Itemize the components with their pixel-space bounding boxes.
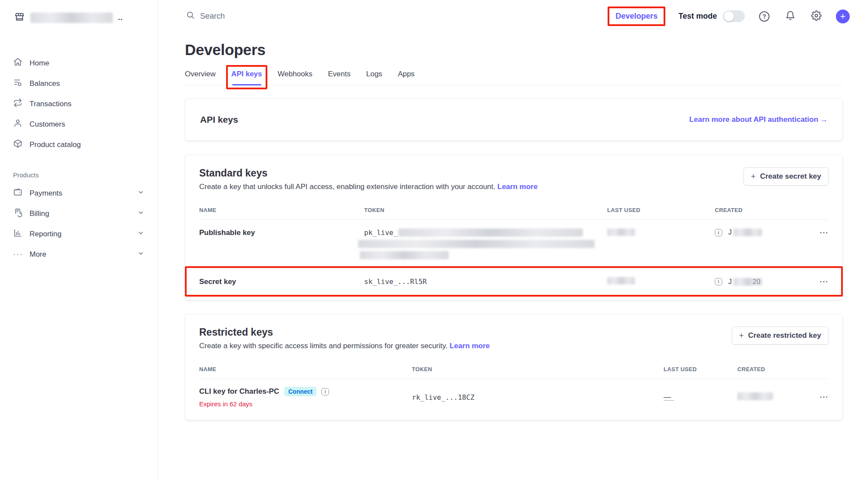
learn-api-auth-link[interactable]: Learn more about API authentication → — [689, 115, 828, 124]
restricted-keys-card: Restricted keys Create a key with specif… — [185, 314, 843, 420]
standard-keys-card: Standard keys Create a key that unlocks … — [185, 155, 843, 300]
tab-bar: Overview API keys Webhooks Events Logs A… — [185, 70, 843, 85]
restricted-keys-title: Restricted keys — [199, 327, 490, 338]
row-overflow-menu[interactable]: ··· — [811, 393, 829, 402]
page-title: Developers — [185, 41, 843, 59]
more-dots-icon: ··· — [13, 250, 23, 259]
sidebar-item-reporting[interactable]: Reporting — [13, 224, 147, 244]
redacted-last-used — [607, 229, 635, 236]
home-icon — [13, 57, 23, 69]
col-created: CREATED — [715, 201, 811, 219]
key-name: Publishable key — [199, 229, 364, 237]
key-name: CLI key for Charles-PC — [199, 387, 279, 396]
table-row-secret-key: Secret key sk_live_...Rl5R i J 20 — [199, 268, 829, 296]
create-restricted-key-button[interactable]: + Create restricted key — [732, 327, 829, 345]
table-row-publishable-key: Publishable key pk_live_ i — [199, 220, 829, 268]
help-button[interactable]: ? — [758, 10, 771, 23]
tab-webhooks[interactable]: Webhooks — [278, 70, 312, 85]
learn-api-auth-text: Learn more about API authentication — [689, 115, 818, 124]
sidebar-item-more[interactable]: ··· More — [13, 244, 147, 264]
plus-icon: + — [840, 11, 846, 22]
connect-badge: Connect — [284, 387, 316, 396]
test-mode-toggle[interactable] — [723, 10, 745, 22]
redacted-token — [398, 229, 583, 237]
tab-events[interactable]: Events — [328, 70, 351, 85]
sidebar-item-balances[interactable]: Balances — [13, 73, 147, 94]
balances-icon — [13, 78, 23, 89]
last-used-empty: — — [664, 394, 674, 401]
tab-apps[interactable]: Apps — [398, 70, 415, 85]
topbar: Search Developers Test mode ? — [158, 0, 868, 33]
sidebar-item-product-catalog[interactable]: Product catalog — [13, 134, 147, 155]
bar-chart-icon — [13, 228, 23, 240]
redacted-created — [737, 392, 773, 400]
chevron-down-icon — [138, 209, 144, 218]
page-content: Developers Overview API keys Webhooks Ev… — [158, 33, 868, 420]
create-secret-key-button[interactable]: + Create secret key — [743, 167, 829, 186]
row-overflow-menu[interactable]: ··· — [811, 278, 829, 286]
table-header-row: NAME TOKEN LAST USED CREATED — [199, 360, 829, 379]
sidebar-item-billing[interactable]: Billing — [13, 203, 147, 224]
create-button[interactable]: + — [836, 10, 850, 23]
restricted-learn-more-link[interactable]: Learn more — [450, 342, 490, 350]
token-prefix: pk_live_ — [364, 229, 398, 237]
sidebar-item-payments[interactable]: Payments — [13, 183, 147, 203]
sidebar-item-label: Payments — [30, 189, 131, 198]
redacted-token — [360, 251, 449, 259]
redacted-last-used — [607, 277, 635, 284]
redacted-token — [358, 240, 595, 248]
restricted-keys-description: Create a key with specific access limits… — [199, 342, 447, 350]
search-icon — [186, 11, 195, 22]
sidebar-item-label: Customers — [30, 120, 65, 129]
sidebar-item-transactions[interactable]: Transactions — [13, 94, 147, 114]
table-header-row: NAME TOKEN LAST USED CREATED — [199, 201, 829, 220]
sidebar: .. Home Balances — [0, 0, 158, 480]
tab-overview[interactable]: Overview — [185, 70, 216, 85]
info-icon[interactable]: i — [715, 229, 722, 236]
info-icon[interactable]: i — [715, 278, 722, 285]
created-prefix: J — [728, 278, 732, 286]
row-overflow-menu[interactable]: ··· — [811, 229, 829, 237]
restricted-keys-table: NAME TOKEN LAST USED CREATED CLI key for… — [199, 360, 829, 416]
developers-link[interactable]: Developers — [608, 7, 665, 26]
col-name: NAME — [199, 201, 364, 219]
test-mode-label: Test mode — [678, 12, 717, 21]
standard-learn-more-link[interactable]: Learn more — [497, 183, 538, 191]
chevron-down-icon — [138, 189, 144, 198]
col-last-used: LAST USED — [607, 201, 715, 219]
redacted-created — [733, 229, 762, 236]
search-input[interactable]: Search — [186, 11, 225, 22]
sidebar-item-customers[interactable]: Customers — [13, 114, 147, 134]
notifications-button[interactable] — [784, 10, 797, 23]
api-keys-card: API keys Learn more about API authentica… — [185, 98, 843, 141]
standard-keys-table: NAME TOKEN LAST USED CREATED Publishable… — [199, 201, 829, 296]
storefront-icon — [14, 11, 25, 24]
created-prefix: J — [728, 229, 732, 236]
account-name-suffix: .. — [118, 14, 123, 22]
settings-button[interactable] — [810, 10, 823, 23]
tab-api-keys[interactable]: API keys — [231, 70, 262, 85]
products-section-label: Products — [13, 171, 147, 179]
key-name: Secret key — [199, 278, 364, 286]
app-root: .. Home Balances — [0, 0, 868, 480]
bell-icon — [785, 10, 796, 23]
customers-icon — [13, 118, 23, 130]
create-restricted-key-label: Create restricted key — [748, 331, 821, 340]
info-icon[interactable]: i — [322, 388, 329, 395]
sidebar-item-home[interactable]: Home — [13, 53, 147, 73]
col-created: CREATED — [737, 360, 811, 379]
create-secret-key-label: Create secret key — [760, 172, 821, 181]
sidebar-item-label: Transactions — [30, 100, 72, 108]
col-token: TOKEN — [364, 201, 607, 219]
sidebar-nav: Home Balances Transactions — [13, 53, 147, 264]
key-token: rk_live_...18CZ — [412, 393, 664, 402]
arrow-right-icon: → — [820, 115, 828, 124]
topbar-right: Developers Test mode ? — [608, 7, 850, 26]
col-token: TOKEN — [412, 360, 664, 379]
secret-key-row-wrap: Secret key sk_live_...Rl5R i J 20 — [199, 268, 829, 296]
toggle-knob — [724, 11, 734, 21]
plus-icon: + — [739, 331, 744, 340]
tab-logs[interactable]: Logs — [366, 70, 382, 85]
account-switcher[interactable]: .. — [13, 10, 147, 28]
wallet-icon — [13, 187, 23, 199]
